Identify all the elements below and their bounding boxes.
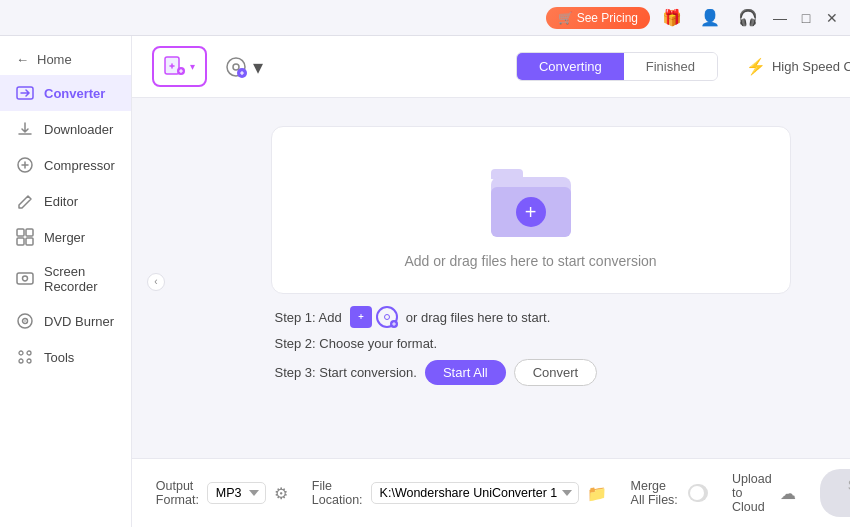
step-1-icons	[350, 306, 398, 328]
merge-all-toggle[interactable]	[688, 484, 708, 502]
start-all-step-button[interactable]: Start All	[425, 360, 506, 385]
see-pricing-button[interactable]: 🛒 See Pricing	[546, 7, 650, 29]
sidebar-item-tools[interactable]: Tools	[0, 339, 131, 375]
drop-zone[interactable]: + Add or drag files here to start conver…	[271, 126, 791, 294]
step-1-prefix: Step 1: Add	[275, 310, 342, 325]
merger-label: Merger	[44, 230, 85, 245]
add-file-button[interactable]: ▾	[152, 46, 207, 87]
folder-front: +	[491, 187, 571, 237]
output-format-select[interactable]: MP3 MP4 AVI MOV	[207, 482, 266, 504]
sidebar-item-dvd-burner[interactable]: DVD Burner	[0, 303, 131, 339]
svg-rect-2	[17, 229, 24, 236]
plus-circle: +	[516, 197, 546, 227]
content-area: + Add or drag files here to start conver…	[132, 98, 850, 458]
file-location-label: File Location:	[312, 479, 363, 507]
title-bar: 🛒 See Pricing 🎁 👤 🎧 — □ ✕	[0, 0, 850, 36]
output-format-field: Output Format: MP3 MP4 AVI MOV ⚙	[156, 479, 288, 507]
svg-point-10	[24, 320, 26, 322]
tab-converting[interactable]: Converting	[517, 53, 624, 80]
drop-zone-text: Add or drag files here to start conversi…	[404, 253, 656, 269]
step-3-row: Step 3: Start conversion. Start All Conv…	[275, 359, 787, 386]
sidebar-back-home[interactable]: ← Home	[0, 44, 131, 75]
step-file-icon	[350, 306, 372, 328]
file-location-select[interactable]: K:\Wondershare UniConverter 1	[371, 482, 579, 504]
step-2-text: Step 2: Choose your format.	[275, 336, 438, 351]
file-location-browse-icon[interactable]: 📁	[587, 484, 607, 503]
headset-icon[interactable]: 🎧	[732, 6, 764, 29]
dvd-burner-icon	[16, 312, 34, 330]
collapse-arrow-icon: ‹	[154, 276, 157, 287]
close-button[interactable]: ✕	[822, 8, 842, 28]
converter-icon	[16, 84, 34, 102]
lightning-icon: ⚡	[746, 57, 766, 76]
editor-label: Editor	[44, 194, 78, 209]
svg-point-13	[19, 359, 23, 363]
file-location-field: File Location: K:\Wondershare UniConvert…	[312, 479, 607, 507]
svg-point-7	[23, 276, 28, 281]
app-body: ← Home Converter Downloader	[0, 36, 850, 527]
svg-rect-6	[17, 273, 33, 284]
step-1-row: Step 1: Add	[275, 306, 787, 328]
gift-icon[interactable]: 🎁	[656, 6, 688, 29]
dvd-burner-label: DVD Burner	[44, 314, 114, 329]
step-2-row: Step 2: Choose your format.	[275, 336, 787, 351]
merge-all-label: Merge All Files:	[631, 479, 681, 507]
svg-point-18	[233, 64, 239, 70]
editor-icon	[16, 192, 34, 210]
convert-step-button[interactable]: Convert	[514, 359, 598, 386]
svg-rect-5	[26, 238, 33, 245]
output-format-settings-icon[interactable]: ⚙	[274, 484, 288, 503]
add-file-chevron: ▾	[190, 61, 195, 72]
back-arrow-icon: ←	[16, 52, 29, 67]
high-speed-label: High Speed Conversion	[772, 59, 850, 74]
tools-label: Tools	[44, 350, 74, 365]
tab-finished[interactable]: Finished	[624, 53, 717, 80]
sidebar-item-compressor[interactable]: Compressor	[0, 147, 131, 183]
step-cd-icon	[376, 306, 398, 328]
minimize-button[interactable]: —	[770, 8, 790, 28]
sidebar-collapse-button[interactable]: ‹	[147, 273, 165, 291]
svg-point-12	[27, 351, 31, 355]
cart-icon: 🛒	[558, 11, 573, 25]
screen-recorder-label: Screen Recorder	[44, 264, 115, 294]
svg-point-14	[27, 359, 31, 363]
bottom-bar-right: Start All	[820, 469, 850, 517]
upload-to-cloud-label: Upload to Cloud	[732, 472, 772, 514]
toolbar: ▾ ▾ Converting Finished ⚡ High Speed Con…	[132, 36, 850, 98]
upload-to-cloud-field: Upload to Cloud ☁	[732, 472, 796, 514]
add-file-icon	[164, 54, 186, 79]
converter-label: Converter	[44, 86, 105, 101]
step-3-prefix: Step 3: Start conversion.	[275, 365, 417, 380]
folder-icon: +	[481, 157, 581, 237]
compressor-label: Compressor	[44, 158, 115, 173]
compressor-icon	[16, 156, 34, 174]
sidebar-item-downloader[interactable]: Downloader	[0, 111, 131, 147]
svg-rect-4	[17, 238, 24, 245]
see-pricing-label: See Pricing	[577, 11, 638, 25]
downloader-icon	[16, 120, 34, 138]
start-all-main-button[interactable]: Start All	[820, 469, 850, 517]
sidebar-item-converter[interactable]: Converter	[0, 75, 131, 111]
tools-icon	[16, 348, 34, 366]
add-cd-button[interactable]: ▾	[219, 48, 267, 86]
upload-to-cloud-icon[interactable]: ☁	[780, 484, 796, 503]
high-speed-button[interactable]: ⚡ High Speed Conversion	[746, 57, 850, 76]
user-icon[interactable]: 👤	[694, 6, 726, 29]
svg-point-11	[19, 351, 23, 355]
downloader-label: Downloader	[44, 122, 113, 137]
sidebar-item-merger[interactable]: Merger	[0, 219, 131, 255]
svg-rect-3	[26, 229, 33, 236]
sidebar-item-editor[interactable]: Editor	[0, 183, 131, 219]
screen-recorder-icon	[16, 270, 34, 288]
main-content: ▾ ▾ Converting Finished ⚡ High Speed Con…	[132, 36, 850, 527]
output-format-label: Output Format:	[156, 479, 199, 507]
maximize-button[interactable]: □	[796, 8, 816, 28]
merger-icon	[16, 228, 34, 246]
step-1-suffix: or drag files here to start.	[406, 310, 551, 325]
sidebar-item-screen-recorder[interactable]: Screen Recorder	[0, 255, 131, 303]
home-label: Home	[37, 52, 72, 67]
sidebar: ← Home Converter Downloader	[0, 36, 132, 527]
merge-all-field: Merge All Files:	[631, 479, 708, 507]
tab-group: Converting Finished	[516, 52, 718, 81]
steps-section: Step 1: Add	[271, 306, 791, 394]
